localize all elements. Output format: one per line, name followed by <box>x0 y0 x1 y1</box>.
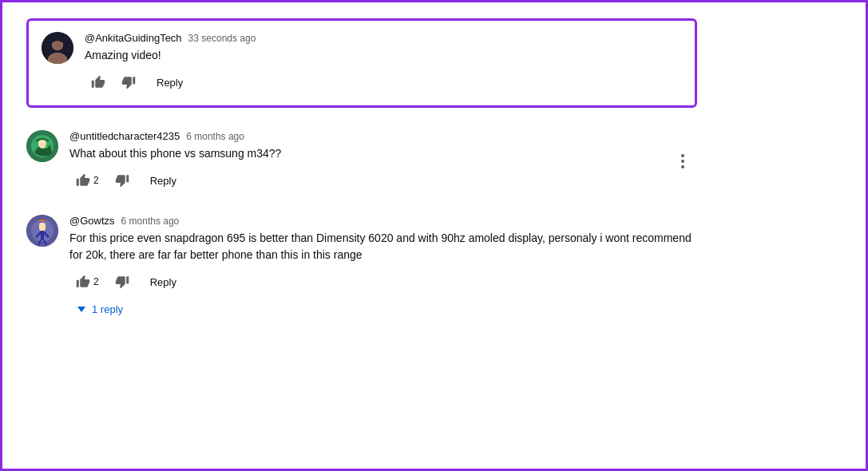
comment-actions: 2 Reply <box>69 270 697 294</box>
comment-body: @Gowtzs 6 months ago For this price even… <box>69 215 697 320</box>
more-options-button[interactable] <box>676 149 689 173</box>
replies-count-label: 1 reply <box>92 303 123 315</box>
dislike-button[interactable] <box>109 270 136 294</box>
avatar <box>26 130 58 162</box>
like-button[interactable]: 2 <box>69 168 105 192</box>
thumbs-down-icon <box>121 75 136 89</box>
comment-text: Amazing video! <box>85 47 682 64</box>
thumbs-up-icon <box>76 173 90 188</box>
comment-time: 33 seconds ago <box>188 33 256 44</box>
comment-text: What about this phone vs samsung m34?? <box>69 145 697 162</box>
svg-rect-11 <box>41 231 44 240</box>
avatar <box>42 32 73 64</box>
like-count: 2 <box>93 276 99 287</box>
comment-highlighted: @AnkitaGuidingTech 33 seconds ago Amazin… <box>26 18 697 108</box>
comment-header: @Gowtzs 6 months ago <box>69 215 697 227</box>
reply-button[interactable]: Reply <box>142 170 184 192</box>
dot <box>681 154 684 157</box>
dot <box>681 160 684 163</box>
comment-header: @AnkitaGuidingTech 33 seconds ago <box>85 32 682 44</box>
chevron-down-icon <box>77 307 85 312</box>
comment-3: @Gowtzs 6 months ago For this price even… <box>26 215 697 320</box>
like-count: 2 <box>93 175 99 186</box>
thumbs-up-icon <box>76 275 90 289</box>
comments-section: @AnkitaGuidingTech 33 seconds ago Amazin… <box>2 2 721 358</box>
comment-username: @untitledcharacter4235 <box>69 130 180 142</box>
thumbs-down-icon <box>115 275 129 289</box>
like-button[interactable] <box>85 70 112 94</box>
like-button[interactable]: 2 <box>69 270 105 294</box>
comment-body: @untitledcharacter4235 6 months ago What… <box>69 130 697 192</box>
replies-toggle-button[interactable]: 1 reply <box>69 299 131 320</box>
comment-actions: 2 Reply <box>69 168 697 192</box>
comment-header: @untitledcharacter4235 6 months ago <box>69 130 697 142</box>
comment-username: @AnkitaGuidingTech <box>85 32 182 44</box>
comment-time: 6 months ago <box>186 131 244 142</box>
reply-button[interactable]: Reply <box>149 72 191 93</box>
svg-rect-10 <box>39 223 46 231</box>
thumbs-up-icon <box>91 75 105 89</box>
comment-username: @Gowtzs <box>69 215 115 227</box>
dislike-button[interactable] <box>109 168 136 192</box>
comment-text: For this price even snapdragon 695 is be… <box>69 230 697 263</box>
thumbs-down-icon <box>115 173 129 188</box>
avatar <box>26 215 58 247</box>
dot <box>681 165 684 168</box>
dislike-button[interactable] <box>115 70 142 94</box>
comment-actions: Reply <box>85 70 682 94</box>
reply-button[interactable]: Reply <box>142 271 184 293</box>
comment-body: @AnkitaGuidingTech 33 seconds ago Amazin… <box>85 32 682 94</box>
comment-2: @untitledcharacter4235 6 months ago What… <box>26 130 697 192</box>
comment-time: 6 months ago <box>121 216 180 227</box>
svg-point-7 <box>38 139 46 148</box>
